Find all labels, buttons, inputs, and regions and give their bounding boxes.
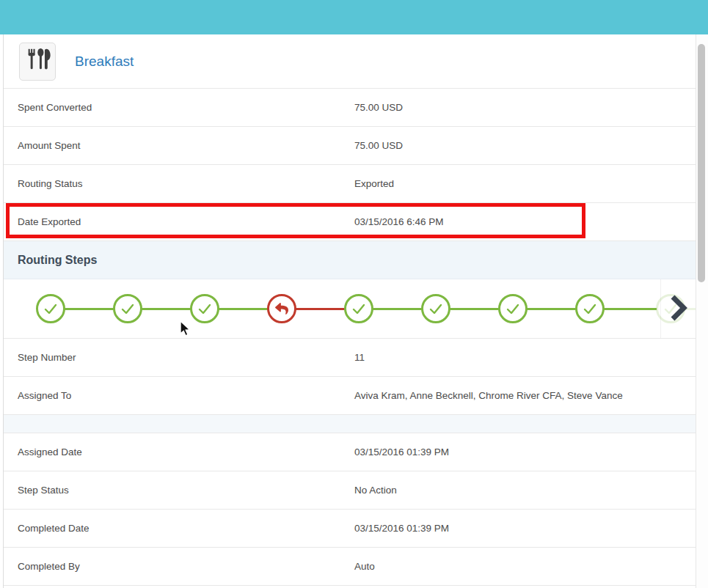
routing-step-done[interactable]: [575, 294, 605, 323]
field-label: Date Exported: [18, 216, 81, 227]
field-row-step-number: Step Number 11: [4, 339, 696, 377]
field-row-completed-by: Completed By Auto: [4, 548, 696, 586]
field-row-assigned-to: Assigned To Aviva Kram, Anne Becknell, C…: [4, 377, 696, 415]
field-row-completed-date: Completed Date 03/15/2016 01:39 PM: [4, 510, 696, 548]
routing-step-done[interactable]: [113, 294, 142, 323]
routing-step-done[interactable]: [344, 294, 373, 323]
field-value: Aviva Kram, Anne Becknell, Chrome River …: [354, 390, 623, 401]
field-label: Completed Date: [18, 523, 90, 534]
field-label: Step Status: [18, 485, 69, 496]
stepper-next-button[interactable]: [668, 295, 690, 323]
field-value: 03/15/2016 6:46 PM: [354, 216, 444, 227]
routing-step-done[interactable]: [421, 294, 450, 323]
field-value: Exported: [354, 178, 394, 189]
field-row-step-status: Step Status No Action: [4, 471, 696, 510]
field-label: Spent Converted: [18, 102, 92, 113]
field-value: No Action: [354, 485, 397, 496]
field-row-routing-status: Routing Status Exported: [4, 165, 696, 203]
chevron-right-icon: [670, 295, 687, 323]
routing-step-done[interactable]: [498, 294, 528, 323]
routing-step-returned[interactable]: [267, 294, 296, 323]
field-label: Amount Spent: [18, 140, 81, 151]
field-row-amount-spent: Amount Spent 75.00 USD: [4, 127, 696, 165]
expense-title-link[interactable]: Breakfast: [75, 54, 134, 70]
expense-header-row: Breakfast: [4, 34, 696, 89]
field-value: Auto: [354, 561, 375, 572]
field-row-assigned-date: Assigned Date 03/15/2016 01:39 PM: [4, 433, 696, 471]
field-value: 11: [354, 352, 365, 363]
utensils-icon: [23, 46, 51, 77]
section-spacer-band: [4, 415, 696, 433]
field-label: Assigned Date: [18, 446, 82, 457]
scrollbar-thumb[interactable]: [698, 44, 705, 282]
field-value: 03/15/2016 01:39 PM: [354, 523, 449, 534]
routing-steps-section-header: Routing Steps: [4, 241, 696, 279]
field-row-date-exported: Date Exported 03/15/2016 6:46 PM: [4, 203, 696, 241]
field-label: Step Number: [18, 352, 76, 363]
field-label: Completed By: [18, 561, 80, 572]
field-label: Assigned To: [18, 390, 71, 401]
field-value: 75.00 USD: [354, 102, 403, 113]
field-row-spent-converted: Spent Converted 75.00 USD: [4, 89, 696, 127]
routing-stepper: [4, 279, 696, 339]
expense-type-icon-box: [19, 43, 56, 81]
expense-detail-panel: Breakfast Spent Converted 75.00 USD Amou…: [3, 34, 696, 588]
section-title: Routing Steps: [18, 254, 97, 267]
field-value: 03/15/2016 01:39 PM: [354, 446, 449, 457]
field-label: Routing Status: [18, 178, 83, 189]
field-value: 75.00 USD: [354, 140, 403, 151]
routing-step-done[interactable]: [190, 294, 219, 323]
routing-step-done[interactable]: [36, 294, 65, 323]
top-app-bar: [0, 0, 708, 34]
